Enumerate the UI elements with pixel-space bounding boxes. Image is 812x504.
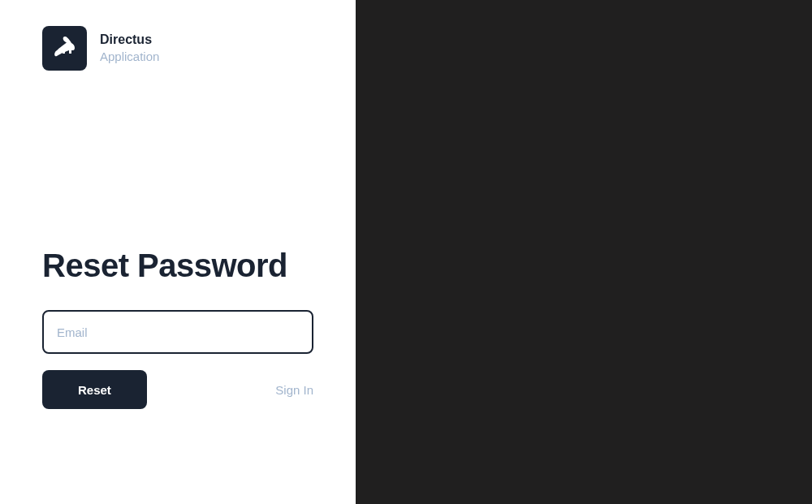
reset-button[interactable]: Reset	[42, 370, 147, 409]
rabbit-icon	[50, 32, 80, 65]
email-field[interactable]	[42, 310, 313, 354]
project-logo	[42, 26, 87, 71]
main-content: Reset Password Reset Sign In	[42, 248, 313, 409]
page-title: Reset Password	[42, 248, 313, 284]
header: Directus Application	[42, 26, 313, 71]
project-name: Directus	[100, 32, 159, 49]
auth-panel: Directus Application Reset Password Rese…	[0, 0, 356, 504]
project-info: Directus Application	[100, 32, 159, 64]
background-art-panel	[356, 0, 812, 504]
actions-row: Reset Sign In	[42, 370, 313, 409]
sign-in-link[interactable]: Sign In	[275, 383, 313, 397]
project-subtitle: Application	[100, 49, 159, 65]
